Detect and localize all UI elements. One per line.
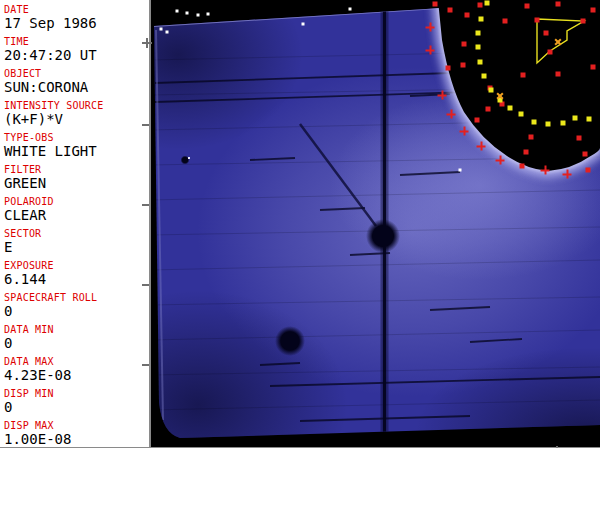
metadata-value: CLEAR (4, 208, 148, 223)
metadata-value: WHITE LIGHT (4, 144, 148, 159)
metadata-field: EXPOSURE6.144 (4, 260, 148, 287)
metadata-label: SECTOR (4, 228, 148, 239)
metadata-label: OBJECT (4, 68, 148, 79)
footer: HAO SMM Coronagraph 0 63 127 191 255 (0, 448, 600, 512)
image-canvas (150, 0, 600, 448)
metadata-field: FILTERGREEN (4, 164, 148, 191)
coronagraph-viewer-window: DATE17 Sep 1986TIME20:47:20 UTOBJECTSUN:… (0, 0, 600, 512)
frame-cross-marker (142, 38, 152, 48)
occulter-blob (366, 219, 400, 253)
metadata-field: DISP MAX1.00E-08 (4, 420, 148, 447)
metadata-field: POLAROIDCLEAR (4, 196, 148, 223)
metadata-value: E (4, 240, 148, 255)
metadata-field: DATE17 Sep 1986 (4, 4, 148, 31)
dark-spot (275, 326, 305, 356)
metadata-field: DISP MIN0 (4, 388, 148, 415)
metadata-value: 20:47:20 UT (4, 48, 148, 63)
metadata-value: 0 (4, 304, 148, 319)
metadata-label: SPACECRAFT ROLL (4, 292, 148, 303)
metadata-value: 0 (4, 400, 148, 415)
metadata-field: TYPE-OBSWHITE LIGHT (4, 132, 148, 159)
metadata-label: EXPOSURE (4, 260, 148, 271)
metadata-value: SUN:CORONA (4, 80, 148, 95)
metadata-value: 17 Sep 1986 (4, 16, 148, 31)
frame-tick (142, 284, 149, 286)
metadata-field: OBJECTSUN:CORONA (4, 68, 148, 95)
metadata-label: TIME (4, 36, 148, 47)
metadata-label: INTENSITY SOURCE (4, 100, 148, 111)
metadata-value: (K+F)*V (4, 112, 148, 127)
metadata-field: SECTORE (4, 228, 148, 255)
metadata-field: TIME20:47:20 UT (4, 36, 148, 63)
metadata-field: DATA MIN0 (4, 324, 148, 351)
metadata-label: FILTER (4, 164, 148, 175)
metadata-field: INTENSITY SOURCE(K+F)*V (4, 100, 148, 127)
metadata-value: 6.144 (4, 272, 148, 287)
metadata-label: DISP MIN (4, 388, 148, 399)
metadata-panel: DATE17 Sep 1986TIME20:47:20 UTOBJECTSUN:… (0, 0, 149, 447)
frame-tick (142, 124, 149, 126)
metadata-value: 0 (4, 336, 148, 351)
coronagraph-image (150, 0, 600, 448)
frame-tick (142, 364, 149, 366)
metadata-label: DATA MIN (4, 324, 148, 335)
metadata-label: DATA MAX (4, 356, 148, 367)
metadata-value: GREEN (4, 176, 148, 191)
small-dark-spot (181, 156, 190, 165)
metadata-field: DATA MAX4.23E-08 (4, 356, 148, 383)
metadata-value: 1.00E-08 (4, 432, 148, 447)
metadata-field: SPACECRAFT ROLL0 (4, 292, 148, 319)
metadata-label: POLAROID (4, 196, 148, 207)
frame-left-line (149, 0, 151, 448)
metadata-label: TYPE-OBS (4, 132, 148, 143)
metadata-label: DISP MAX (4, 420, 148, 431)
metadata-label: DATE (4, 4, 148, 15)
frame-tick (142, 204, 149, 206)
metadata-value: 4.23E-08 (4, 368, 148, 383)
